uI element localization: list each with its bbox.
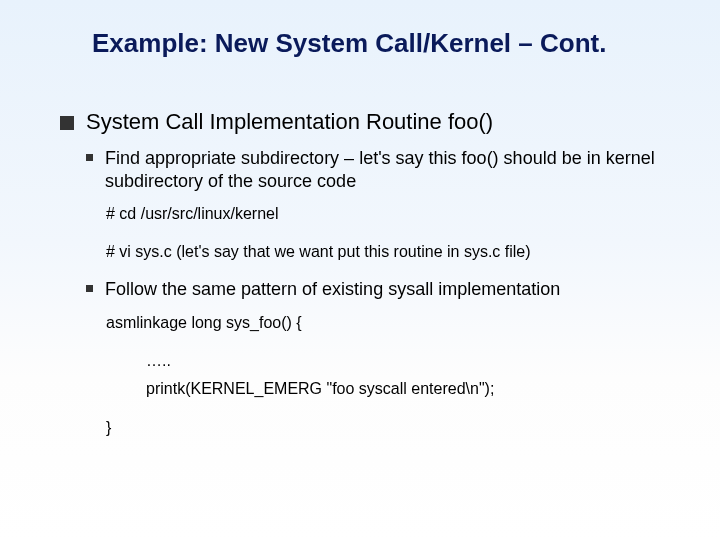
code-line: # cd /usr/src/linux/kernel [106,202,680,226]
bullet-text: System Call Implementation Routine foo() [86,109,493,135]
bullet-level2: Find appropriate subdirectory – let's sa… [86,147,680,192]
code-line: } [106,419,680,437]
bullet-level1: System Call Implementation Routine foo() [60,109,680,135]
code-line: ….. [146,349,680,373]
slide-title: Example: New System Call/Kernel – Cont. [92,28,680,59]
sub-bullet-text: Follow the same pattern of existing sysa… [105,278,560,301]
square-bullet-icon [86,154,93,161]
code-line: # vi sys.c (let's say that we want put t… [106,240,680,264]
sub-bullet-text: Find appropriate subdirectory – let's sa… [105,147,680,192]
square-bullet-icon [60,116,74,130]
code-line: printk(KERNEL_EMERG "foo syscall entered… [146,377,680,401]
slide: Example: New System Call/Kernel – Cont. … [0,0,720,457]
code-line: asmlinkage long sys_foo() { [106,311,680,335]
square-bullet-icon [86,285,93,292]
bullet-level2: Follow the same pattern of existing sysa… [86,278,680,301]
